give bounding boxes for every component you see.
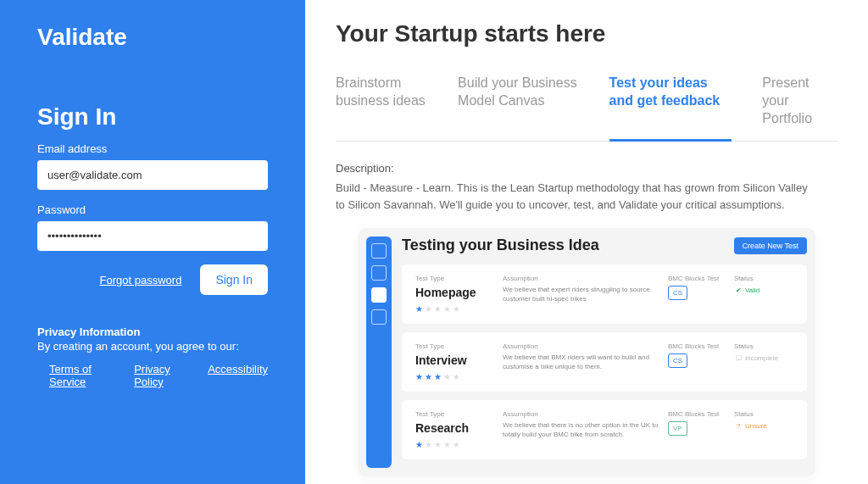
star-icon: ★ xyxy=(425,304,432,314)
star-icon: ★ xyxy=(443,304,451,314)
privacy-policy-link[interactable]: Privacy Policy xyxy=(134,363,191,388)
square-icon: ☐ xyxy=(734,353,743,362)
star-icon: ★ xyxy=(443,372,451,381)
test-name: Homepage xyxy=(415,286,496,299)
star-icon: ★ xyxy=(443,440,451,449)
tab-present[interactable]: Present your Portfolio xyxy=(762,75,837,141)
col-header-blocks: BMC Blocks Test xyxy=(668,342,727,350)
email-label: Email address xyxy=(37,142,268,155)
password-field[interactable] xyxy=(37,221,268,251)
email-field[interactable] xyxy=(37,160,268,190)
col-header-status: Status xyxy=(734,342,793,350)
status-text: Unsure xyxy=(745,422,767,430)
check-icon: ✔ xyxy=(734,286,743,294)
test-name: Research xyxy=(415,421,496,435)
accessibility-link[interactable]: Accessibility xyxy=(208,363,268,388)
col-header-blocks: BMC Blocks Test xyxy=(668,410,727,418)
privacy-heading: Privacy Information xyxy=(37,325,268,338)
sidebar-icon xyxy=(371,243,387,259)
col-header-assumption: Assumption xyxy=(503,410,661,418)
tab-brainstorm[interactable]: Brainstorm business ideas xyxy=(336,75,427,141)
col-header-status: Status xyxy=(734,410,793,418)
tabs: Brainstorm business ideas Build your Bus… xyxy=(336,75,837,142)
star-icon: ★ xyxy=(453,372,460,381)
privacy-subtext: By creating an account, you agree to our… xyxy=(37,340,268,353)
col-header-status: Status xyxy=(734,275,793,282)
content-panel: Your Startup starts here Brainstorm busi… xyxy=(305,0,868,484)
question-icon: ? xyxy=(734,421,743,430)
star-icon: ★ xyxy=(453,304,460,314)
terms-link[interactable]: Terms of Service xyxy=(49,363,117,388)
inner-screenshot: Testing your Business Idea Create New Te… xyxy=(358,228,815,476)
test-card: Test Type Homepage ★ ★ ★ ★ ★ Assumption … xyxy=(402,264,807,324)
inner-sidebar xyxy=(366,236,392,468)
bmc-block-badge: CS xyxy=(668,286,687,300)
rating-stars: ★ ★ ★ ★ ★ xyxy=(415,440,496,449)
sidebar-icon xyxy=(371,309,387,325)
tab-build-canvas[interactable]: Build your Business Model Canvas xyxy=(458,75,578,141)
col-header-assumption: Assumption xyxy=(503,275,661,282)
create-new-test-button: Create New Test xyxy=(734,237,807,254)
auth-panel: Validate Sign In Email address Password … xyxy=(0,0,305,484)
col-header-blocks: BMC Blocks Test xyxy=(668,275,727,282)
bmc-block-badge: VP xyxy=(668,421,687,436)
star-icon: ★ xyxy=(434,440,442,449)
star-icon: ★ xyxy=(425,440,432,449)
bmc-block-badge: CS xyxy=(668,353,687,368)
assumption-text: We believe that expert riders struggling… xyxy=(503,286,661,303)
description-text: Build - Measure - Learn. This is the Lea… xyxy=(336,180,810,213)
sidebar-icon xyxy=(371,287,387,303)
password-label: Password xyxy=(37,203,268,216)
status-badge: ? Unsure xyxy=(734,421,793,430)
status-text: Incomplete xyxy=(745,354,778,362)
tab-test-ideas[interactable]: Test your ideas and get feedback xyxy=(609,75,732,141)
description-label: Description: xyxy=(336,162,837,175)
col-header-type: Test Type xyxy=(415,275,496,282)
page-title: Your Startup starts here xyxy=(336,20,837,47)
star-icon: ★ xyxy=(453,440,460,449)
star-icon: ★ xyxy=(415,440,423,449)
col-header-type: Test Type xyxy=(415,410,496,418)
assumption-text: We believe that BMX riders will want to … xyxy=(503,353,661,371)
sidebar-icon xyxy=(371,265,387,281)
rating-stars: ★ ★ ★ ★ ★ xyxy=(415,304,496,314)
col-header-type: Test Type xyxy=(415,342,496,350)
status-badge: ☐ Incomplete xyxy=(734,353,793,362)
col-header-assumption: Assumption xyxy=(503,342,661,350)
status-text: Valid xyxy=(745,287,760,294)
brand-logo: Validate xyxy=(37,24,268,51)
star-icon: ★ xyxy=(425,372,432,381)
status-badge: ✔ Valid xyxy=(734,286,793,294)
test-card: Test Type Research ★ ★ ★ ★ ★ Assumption … xyxy=(402,400,807,459)
assumption-text: We believe that there is no other option… xyxy=(503,421,661,439)
star-icon: ★ xyxy=(434,304,442,314)
star-icon: ★ xyxy=(415,304,423,314)
rating-stars: ★ ★ ★ ★ ★ xyxy=(415,372,496,381)
test-card: Test Type Interview ★ ★ ★ ★ ★ Assumption… xyxy=(402,332,807,392)
signin-heading: Sign In xyxy=(37,103,268,131)
star-icon: ★ xyxy=(415,372,423,381)
inner-title: Testing your Business Idea xyxy=(402,236,599,254)
signin-button[interactable]: Sign In xyxy=(200,264,268,295)
test-name: Interview xyxy=(415,353,496,367)
forgot-password-link[interactable]: Forgot password xyxy=(100,274,182,287)
star-icon: ★ xyxy=(434,372,442,381)
